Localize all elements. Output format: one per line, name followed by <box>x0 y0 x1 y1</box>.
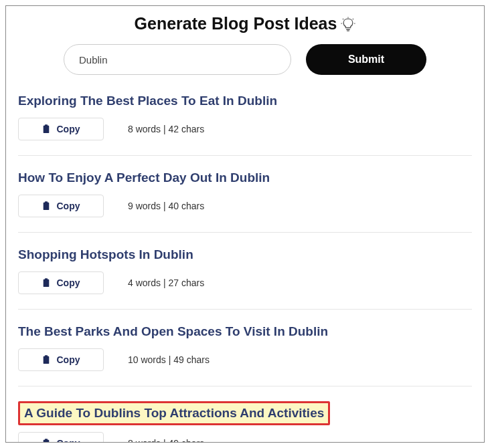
title-row: Generate Blog Post Ideas <box>18 14 472 33</box>
result-item: The Best Parks And Open Spaces To Visit … <box>18 324 472 386</box>
lightbulb-icon <box>341 17 355 31</box>
result-stats: 8 words | 49 chars <box>128 438 204 443</box>
result-title: How To Enjoy A Perfect Day Out In Dublin <box>18 171 270 185</box>
result-item: A Guide To Dublins Top Attractions And A… <box>18 401 472 443</box>
submit-button[interactable]: Submit <box>306 44 426 75</box>
copy-button[interactable]: Copy <box>18 271 104 294</box>
copy-label: Copy <box>57 438 80 443</box>
result-item: How To Enjoy A Perfect Day Out In Dublin… <box>18 171 472 233</box>
clipboard-icon <box>42 201 50 211</box>
clipboard-icon <box>42 124 50 134</box>
result-stats: 10 words | 49 chars <box>128 354 210 365</box>
result-actions: Copy8 words | 42 chars <box>18 118 472 140</box>
result-actions: Copy8 words | 49 chars <box>18 432 472 443</box>
results-list: Exploring The Best Places To Eat In Dubl… <box>18 94 472 443</box>
svg-rect-6 <box>43 356 49 364</box>
svg-rect-3 <box>44 201 47 203</box>
result-stats: 8 words | 42 chars <box>128 124 204 134</box>
result-stats: 9 words | 40 chars <box>128 201 204 211</box>
svg-rect-5 <box>44 278 47 280</box>
clipboard-icon <box>42 278 50 288</box>
copy-button[interactable]: Copy <box>18 432 104 443</box>
page-title: Generate Blog Post Ideas <box>135 14 337 33</box>
result-item: Exploring The Best Places To Eat In Dubl… <box>18 94 472 156</box>
result-stats: 4 words | 27 chars <box>128 277 204 288</box>
input-row: Submit <box>18 44 472 75</box>
svg-rect-7 <box>44 355 47 357</box>
result-title: The Best Parks And Open Spaces To Visit … <box>18 324 328 339</box>
header: Generate Blog Post Ideas Submit <box>18 14 472 75</box>
svg-rect-9 <box>44 439 47 441</box>
svg-rect-4 <box>43 279 49 287</box>
svg-rect-0 <box>43 126 49 133</box>
copy-label: Copy <box>57 277 80 288</box>
app-frame: Generate Blog Post Ideas Submit Explorin… <box>5 5 485 443</box>
copy-button[interactable]: Copy <box>18 348 104 371</box>
topic-input[interactable] <box>64 44 291 75</box>
svg-rect-2 <box>43 203 49 210</box>
result-actions: Copy9 words | 40 chars <box>18 195 472 217</box>
result-actions: Copy4 words | 27 chars <box>18 271 472 294</box>
copy-label: Copy <box>57 201 80 211</box>
result-item: Shopping Hotspots In DublinCopy4 words |… <box>18 247 472 310</box>
result-title: A Guide To Dublins Top Attractions And A… <box>18 401 330 425</box>
copy-label: Copy <box>57 354 80 365</box>
svg-rect-1 <box>44 124 47 126</box>
result-actions: Copy10 words | 49 chars <box>18 348 472 371</box>
result-title: Exploring The Best Places To Eat In Dubl… <box>18 94 277 108</box>
result-title: Shopping Hotspots In Dublin <box>18 247 193 262</box>
copy-button[interactable]: Copy <box>18 118 104 140</box>
clipboard-icon <box>42 355 50 364</box>
copy-label: Copy <box>57 124 80 134</box>
copy-button[interactable]: Copy <box>18 195 104 217</box>
clipboard-icon <box>42 439 50 443</box>
